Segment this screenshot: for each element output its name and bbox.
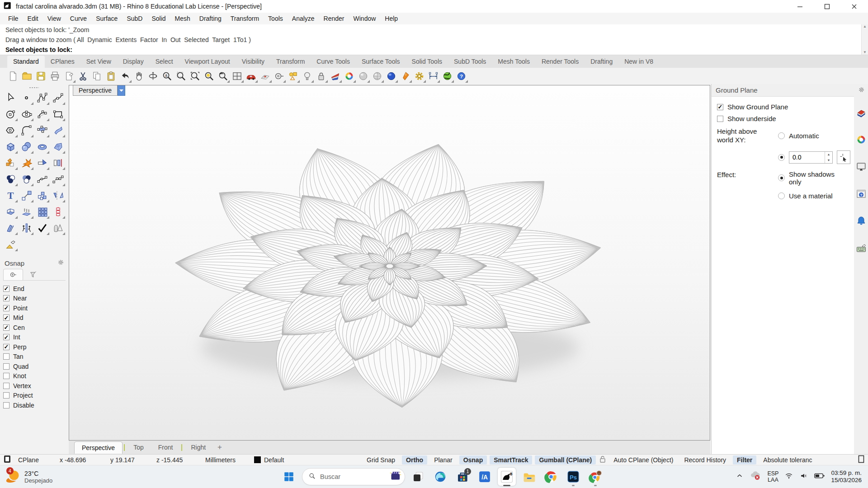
lights-bulb-button[interactable] [301, 70, 314, 83]
sphere-shaded-button[interactable] [357, 70, 370, 83]
extrude-srf-tool-button[interactable] [19, 204, 33, 219]
panel-bell-icon[interactable] [856, 216, 867, 228]
gear-button[interactable] [413, 70, 426, 83]
boolean-solid-tool-button[interactable] [51, 221, 65, 235]
arrange-tool-button[interactable] [35, 188, 49, 202]
taskbar-app-explorer[interactable] [520, 468, 538, 486]
ribbon-tab-display[interactable]: Display [117, 56, 150, 68]
array-tool-button[interactable] [35, 204, 49, 219]
torus-tool-button[interactable] [35, 139, 49, 154]
command-area[interactable]: Select objects to lock: '_ZoomDrag a win… [0, 24, 868, 55]
pull-tool-button[interactable] [3, 237, 18, 251]
zoom-dynamic-button[interactable]: ± [160, 70, 174, 83]
mirror-tool-button[interactable] [51, 188, 65, 202]
explode-tool-button[interactable] [19, 155, 33, 170]
surface-3pt-tool-button[interactable] [35, 123, 49, 137]
start-button[interactable] [280, 468, 298, 486]
patch-tool-button[interactable] [51, 139, 65, 154]
units-cell[interactable]: Millimeters [202, 456, 250, 464]
trim-tool-button[interactable] [35, 155, 49, 170]
statusbar-left-icon[interactable] [0, 455, 14, 465]
height-spinner[interactable]: ▲▼ [825, 152, 832, 163]
ribbon-tab-subd-tools[interactable]: SubD Tools [448, 56, 492, 68]
statusbar-toggle-ortho[interactable]: Ortho [402, 455, 427, 465]
osnap-checkbox-near[interactable]: ✓ [3, 295, 9, 301]
viewport-tab-perspective[interactable]: Perspective [74, 441, 123, 454]
osnap-checkbox-point[interactable]: ✓ [3, 305, 9, 311]
statusbar-toggle-smarttrack[interactable]: SmartTrack [490, 455, 532, 465]
text-tool-button[interactable]: T [3, 188, 18, 202]
viewport-tab-right[interactable]: Right [184, 441, 213, 453]
custom-height-radio[interactable] [778, 154, 785, 161]
statusbar-right-icon[interactable] [854, 455, 868, 465]
dimension-button[interactable] [427, 70, 440, 83]
new-file-button[interactable] [6, 70, 19, 83]
osnap-checkbox-end[interactable]: ✓ [3, 286, 9, 292]
ribbon-tab-transform[interactable]: Transform [270, 56, 311, 68]
shadows-only-radio[interactable] [778, 174, 785, 181]
maximize-button[interactable] [824, 3, 830, 9]
menu-drafting[interactable]: Drafting [195, 14, 226, 23]
statusbar-toggle-osnap[interactable]: Osnap [459, 455, 487, 465]
panel-gear-icon[interactable] [858, 86, 865, 94]
volume-icon[interactable] [799, 472, 808, 482]
boolean-b-tool-button[interactable] [19, 172, 33, 186]
open-folder-button[interactable] [20, 70, 33, 83]
ribbon-tab-viewport-layout[interactable]: Viewport Layout [179, 56, 236, 68]
osnap-tab-snaps[interactable] [3, 269, 23, 280]
menu-analyze[interactable]: Analyze [288, 14, 319, 23]
taskbar-app-rhino-app[interactable]: 8 [498, 468, 516, 486]
scale-tool-button[interactable] [19, 188, 33, 202]
cone-button[interactable] [399, 70, 412, 83]
osnap-checkbox-int[interactable]: ✓ [3, 334, 9, 340]
box-tool-button[interactable] [3, 139, 18, 154]
fillet-tool-button[interactable] [19, 123, 33, 137]
rebuild-tool-button[interactable] [51, 172, 65, 186]
menu-window[interactable]: Window [349, 14, 381, 23]
boolean-a-tool-button[interactable] [3, 172, 18, 186]
osnap-checkbox-mid[interactable]: ✓ [3, 314, 9, 321]
menu-help[interactable]: Help [380, 14, 402, 23]
tray-chevron-icon[interactable] [736, 472, 744, 482]
panel-keyboard-icon[interactable] [856, 243, 867, 255]
panel-display-icon[interactable] [856, 161, 867, 174]
split-tool-button[interactable] [51, 155, 65, 170]
zoom-selected-button[interactable] [203, 70, 216, 83]
surface-curved-tool-button[interactable] [51, 123, 65, 137]
menu-view[interactable]: View [43, 14, 66, 23]
spheres-tool-button[interactable] [19, 139, 33, 154]
osnap-gear-icon[interactable] [57, 259, 64, 267]
earth-button[interactable] [441, 70, 454, 83]
menu-transform[interactable]: Transform [226, 14, 264, 23]
osnap-checkbox-project[interactable] [3, 392, 9, 399]
menu-solid[interactable]: Solid [147, 14, 170, 23]
viewport-tab-top[interactable]: Top [126, 441, 151, 453]
display-wedge-button[interactable] [329, 70, 342, 83]
command-scrollbar[interactable]: ▲ ▼ [861, 24, 868, 55]
osnap-checkbox-vertex[interactable] [3, 383, 9, 389]
onedrive-error-icon[interactable] [750, 470, 761, 483]
menu-subd[interactable]: SubD [122, 14, 147, 23]
weather-widget[interactable]: 4 23°C Despejado [0, 469, 52, 485]
arc-tool-button[interactable] [35, 107, 49, 121]
puzzle-tool-button[interactable] [3, 155, 18, 170]
menu-file[interactable]: File [4, 14, 23, 23]
layer-cell[interactable]: Default [250, 456, 304, 464]
array-line-tool-button[interactable] [51, 204, 65, 219]
taskbar-app-photoshop[interactable]: Ps [564, 468, 582, 486]
viewport-menu-chevron-icon[interactable] [118, 85, 125, 96]
doc-hand-button[interactable] [62, 70, 75, 83]
ribbon-tab-cplanes[interactable]: CPlanes [45, 56, 80, 68]
ribbon-tab-surface-tools[interactable]: Surface Tools [356, 56, 406, 68]
statusbar-toggle-gumball-cplane-[interactable]: Gumball (CPlane) [535, 455, 596, 465]
taskbar-app-task-view[interactable] [409, 468, 427, 486]
taskbar-app-edge[interactable] [431, 468, 449, 486]
viewport-perspective[interactable]: Perspective [69, 85, 710, 441]
menu-surface[interactable]: Surface [91, 14, 122, 23]
wifi-icon[interactable] [784, 472, 793, 482]
show-ground-plane-checkbox[interactable]: ✓ [717, 104, 723, 110]
osnap-checkbox-disable[interactable] [3, 402, 9, 408]
statusbar-toggle-grid-snap[interactable]: Grid Snap [363, 455, 399, 465]
battery-icon[interactable] [814, 472, 825, 482]
undo-view-button[interactable] [217, 70, 230, 83]
